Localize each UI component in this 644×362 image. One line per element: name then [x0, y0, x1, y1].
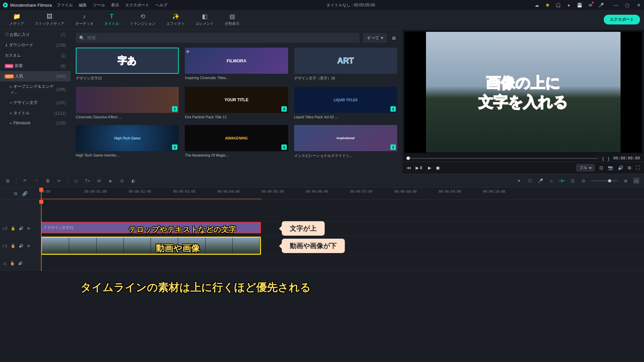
asset-thumbnail[interactable]: Inspirational⬇インスピレーショナルスライドシ...	[294, 125, 397, 158]
speed-icon[interactable]: ⊙	[119, 178, 125, 184]
menu-help[interactable]: ヘルプ	[155, 2, 167, 8]
annotation-video-track: 動画や画像	[156, 242, 200, 254]
play-icon[interactable]: ▶⏸	[416, 165, 423, 170]
preview-canvas[interactable]: 画像の上に 文字を入れる	[405, 32, 642, 153]
tool-element[interactable]: ◧エレメント	[190, 12, 219, 27]
headphone-icon[interactable]: 🎧	[555, 2, 561, 8]
audio-mic-icon[interactable]: 🎤	[537, 178, 543, 184]
text-tool-icon[interactable]: T+	[85, 178, 91, 184]
asset-thumbnail[interactable]: ◆FILMORAInspiring Cinematic Titles...	[185, 48, 288, 81]
timeline-options-icon[interactable]: ⧉	[12, 191, 18, 197]
play2-icon[interactable]: ▶	[428, 165, 431, 170]
zoom-out-icon[interactable]: ⊖	[580, 178, 586, 184]
color-icon[interactable]: ◐	[130, 178, 136, 184]
volume-icon[interactable]: 🔊	[618, 165, 623, 170]
menu-edit[interactable]: 編集	[79, 2, 87, 8]
filter-dropdown[interactable]: すべて▾	[363, 33, 387, 43]
avatar-icon[interactable]: ●	[566, 2, 572, 8]
keyframe-icon[interactable]: ◈	[107, 178, 113, 184]
grid-view-icon[interactable]: ⊞	[390, 35, 397, 41]
tool-music[interactable]: ♪オーディオ	[70, 12, 99, 27]
timeline-ruler[interactable]: 00:0000:00:01:0000:00:02:0000:00:03:0000…	[40, 188, 644, 199]
asset-thumbnail[interactable]: ⬇Cinematic Dissolve Effect ...	[76, 87, 179, 119]
link-toggle-icon[interactable]: 🔗	[22, 191, 28, 197]
eye-icon[interactable]: 👁	[27, 244, 31, 248]
asset-thumbnail[interactable]: High-Tech Game⬇High Tech Game Interfac..…	[76, 125, 179, 158]
mic-icon[interactable]: 🎤	[598, 2, 604, 8]
text-clip[interactable]: T デザイン文字21 テロップやテキストなどの文字	[41, 222, 261, 233]
compare-icon[interactable]: ⧉	[628, 165, 631, 171]
tool-text[interactable]: Tタイトル	[99, 12, 124, 27]
video-clip[interactable]: 動画や画像	[41, 237, 261, 255]
close-icon[interactable]: ✕	[636, 2, 641, 8]
tool-transition[interactable]: ⟲トランジション	[124, 12, 161, 27]
snapshot-icon[interactable]: 📷	[608, 165, 613, 170]
asset-thumbnail[interactable]: ARTデザイン文字（英字）16	[294, 48, 397, 81]
menu-file[interactable]: ファイル	[57, 2, 73, 8]
tool-split[interactable]: ▤分割表示	[219, 12, 245, 27]
quality-dropdown[interactable]: フル ▾	[576, 164, 595, 172]
crop-icon[interactable]: ◇	[73, 178, 79, 184]
preview-text-line1: 画像の上に	[486, 74, 560, 91]
mute-icon[interactable]: 🔊	[18, 261, 23, 265]
sidebar-item[interactable]: ♡ お気に入り(7)	[0, 29, 70, 40]
idea-icon[interactable]: ❋	[545, 2, 550, 8]
notification-icon[interactable]: ✉	[588, 2, 593, 8]
preview-scrubber[interactable]	[407, 158, 598, 159]
link-icon[interactable]: ⊡	[570, 178, 576, 184]
zoom-in-icon[interactable]: ⊕	[623, 178, 629, 184]
chevron-down-icon: ▾	[381, 36, 383, 40]
prev-frame-icon[interactable]: ⏮	[407, 165, 411, 170]
tool-folder[interactable]: 📁メディア	[4, 12, 30, 27]
redo-icon[interactable]: ↷	[33, 178, 39, 184]
stop-icon[interactable]: ◼	[436, 165, 440, 170]
menu-tool[interactable]: ツール	[93, 2, 105, 8]
sidebar-item[interactable]: ▸Filmstock(119)	[0, 118, 70, 128]
save-icon[interactable]: 💾	[577, 2, 582, 8]
sidebar-item[interactable]: カスタム(1)	[0, 50, 70, 61]
maximize-icon[interactable]: ▢	[625, 2, 630, 8]
asset-thumbnail[interactable]: 字あデザイン文字21	[76, 48, 179, 81]
mark-in-icon[interactable]: {	[602, 156, 604, 161]
mixer-icon[interactable]: ♫	[548, 178, 554, 184]
fit-icon[interactable]: ▭	[633, 178, 639, 184]
adjust-icon[interactable]: ⇄	[96, 178, 102, 184]
sidebar-item[interactable]: New新着(8)	[0, 61, 70, 71]
sidebar-item[interactable]: HOT人気(500)	[0, 71, 70, 81]
search-icon: 🔍	[79, 36, 85, 41]
export-button[interactable]: エクスポート	[604, 15, 640, 24]
lock-icon[interactable]: 🔓	[10, 261, 15, 265]
mute-icon[interactable]: 🔊	[19, 226, 23, 231]
playhead-line[interactable]	[41, 200, 42, 271]
sidebar-item[interactable]: ▸デザイン文字(107)	[0, 98, 70, 108]
cloud-icon[interactable]: ☁	[534, 2, 539, 8]
effect-icon[interactable]: ✦	[516, 178, 522, 184]
mute-icon[interactable]: 🔊	[19, 244, 23, 248]
sidebar-item[interactable]: ▸タイトル(1111)	[0, 108, 70, 118]
magnet-icon[interactable]: ⊣⊢	[559, 178, 565, 184]
display-icon[interactable]: ⊡	[599, 165, 603, 170]
arrange-icon[interactable]: ⊞	[5, 178, 11, 184]
mark-out-icon[interactable]: }	[608, 156, 609, 161]
lock-icon[interactable]: 🔓	[11, 244, 15, 248]
marker-icon[interactable]: ⬠	[527, 178, 533, 184]
tool-fx[interactable]: ✨エフェクト	[161, 12, 190, 27]
tool-image[interactable]: 🖼ストックメディア	[30, 12, 70, 27]
undo-icon[interactable]: ↶	[22, 178, 28, 184]
sidebar-item[interactable]: ⤓ ダウンロード(139)	[0, 40, 70, 50]
fullscreen-icon[interactable]: ⛶	[636, 165, 640, 170]
sidebar-item[interactable]: ▸オープニング＆エンディ...(295)	[0, 81, 70, 98]
lock-icon[interactable]: 🔓	[11, 226, 15, 231]
menu-view[interactable]: 表示	[111, 2, 119, 8]
cut-icon[interactable]: ✂	[56, 178, 62, 184]
asset-thumbnail[interactable]: AWAKENING⬇The Awakening Of Magic...	[185, 125, 288, 158]
eye-icon[interactable]: 👁	[27, 227, 31, 231]
asset-thumbnail[interactable]: LIQUID TITLES⬇Liquid Titles Pack Vol 02 …	[294, 87, 397, 119]
asset-thumbnail[interactable]: YOUR TITLE⬇Fire Particle Pack Title 11	[185, 87, 288, 119]
zoom-slider[interactable]	[591, 180, 618, 181]
playhead[interactable]	[41, 188, 42, 199]
delete-icon[interactable]: 🗑	[45, 178, 51, 184]
search-input[interactable]: 🔍 検索	[76, 33, 360, 43]
minimize-icon[interactable]: —	[613, 2, 619, 8]
menu-export[interactable]: エクスポート	[125, 2, 149, 8]
